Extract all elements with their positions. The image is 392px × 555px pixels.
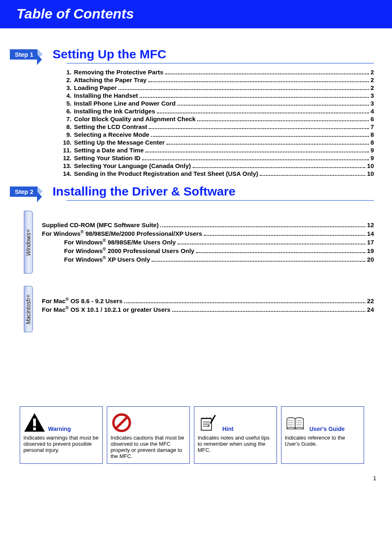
toc-entry[interactable]: 1.Removing the Protective Parts2 — [62, 69, 374, 76]
legend-guide-title: User's Guide — [309, 426, 345, 433]
legend-hint: Hint Indicates notes and useful tips to … — [194, 406, 277, 464]
toc-leader — [124, 298, 365, 303]
toc-number: 4. — [62, 92, 74, 99]
toc-entry[interactable]: 11.Setting a Date and Time9 — [62, 147, 374, 154]
toc-entry[interactable]: 13.Selecting Your Language (Canada Only)… — [62, 162, 374, 169]
toc-leader — [178, 240, 365, 244]
toc-label: Color Block Quality and Alignment Check — [74, 115, 196, 122]
legend-caution-desc: Indicates cautions that must be observed… — [111, 435, 186, 459]
windows-section: Windows® Supplied CD-ROM (MFC Software S… — [24, 211, 374, 274]
toc-label: For Windows® 98/98SE/Me/2000 Professiona… — [42, 229, 202, 237]
note-icon — [198, 412, 220, 433]
toc-page: 3 — [371, 92, 374, 99]
toc-label: For Mac® OS 8.6 - 9.2 Users — [42, 297, 122, 304]
toc-page: 2 — [371, 69, 374, 76]
legend-hint-title: Hint — [222, 426, 233, 433]
toc-label: Setting a Date and Time — [74, 147, 144, 154]
toc-label: Selecting a Receive Mode — [74, 131, 149, 138]
legend-warning-title: Warning — [48, 426, 71, 433]
toc-entry[interactable]: 5.Install Phone Line and Power Cord3 — [62, 100, 374, 107]
svg-rect-4 — [201, 419, 212, 430]
toc-leader — [160, 222, 365, 227]
legend-caution: Indicates cautions that must be observed… — [107, 406, 190, 464]
toc-label: Selecting Your Language (Canada Only) — [74, 162, 191, 169]
toc-entry[interactable]: 3.Loading Paper2 — [62, 84, 374, 91]
toc-leader — [152, 257, 365, 262]
svg-rect-0 — [33, 419, 36, 426]
toc-label: Removing the Protective Parts — [74, 69, 164, 76]
toc-entry[interactable]: 6.Installing the Ink Cartridges4 — [62, 108, 374, 115]
toc-entry[interactable]: For Windows® 98/98SE/Me/2000 Professiona… — [42, 229, 374, 237]
toc-label: Setting Your Station ID — [74, 154, 141, 161]
toc-entry[interactable]: 12.Setting Your Station ID9 — [62, 154, 374, 161]
toc-page: 3 — [371, 100, 374, 107]
toc-page: 17 — [367, 239, 374, 246]
toc-leader — [165, 69, 369, 74]
page-content: Step 1 Setting Up the MFC 1.Removing the… — [0, 28, 392, 466]
toc-page: 10 — [367, 170, 374, 177]
toc-page: 14 — [367, 230, 374, 237]
divider — [67, 63, 374, 64]
toc-page: 8 — [371, 131, 374, 138]
toc-entry[interactable]: For Mac® OS 8.6 - 9.2 Users22 — [42, 297, 374, 304]
toc-leader — [260, 171, 365, 176]
toc-entry[interactable]: Supplied CD-ROM (MFC Software Suite)12 — [42, 221, 374, 228]
toc-page: 2 — [371, 76, 374, 83]
toc-number: 13. — [62, 162, 74, 169]
toc-number: 7. — [62, 115, 74, 122]
toc-number: 6. — [62, 108, 74, 115]
toc-page: 10 — [367, 162, 374, 169]
toc-number: 9. — [62, 131, 74, 138]
toc-entry[interactable]: For Mac® OS X 10.1 / 10.2.1 or greater U… — [42, 305, 374, 313]
legend-guide: User's Guide Indicates reference to the … — [281, 406, 364, 464]
warning-icon — [23, 412, 46, 433]
toc-page: 9 — [371, 154, 374, 161]
toc-entry[interactable]: 9.Selecting a Receive Mode8 — [62, 131, 374, 138]
chevron-icon — [37, 186, 43, 197]
macintosh-tab: Macintosh® — [24, 286, 33, 332]
toc-entry[interactable]: 14.Sending in the Product Registration a… — [62, 170, 374, 177]
legend-grid: Warning Indicates warnings that must be … — [20, 406, 364, 464]
toc-leader — [151, 132, 369, 137]
toc-label: For Mac® OS X 10.1 / 10.2.1 or greater U… — [42, 305, 171, 313]
toc-label: Install Phone Line and Power Cord — [74, 100, 176, 107]
prohibit-icon — [111, 412, 133, 433]
book-icon — [285, 412, 307, 433]
toc-entry[interactable]: 2.Attaching the Paper Tray2 — [62, 76, 374, 83]
legend-warning: Warning Indicates warnings that must be … — [20, 406, 103, 464]
toc-entry[interactable]: For Windows® 2000 Professional Users Onl… — [64, 246, 374, 254]
macintosh-section: Macintosh® For Mac® OS 8.6 - 9.2 Users22… — [24, 286, 374, 332]
svg-line-3 — [116, 417, 127, 428]
toc-number: 8. — [62, 123, 74, 130]
toc-leader — [166, 140, 369, 145]
toc-entry[interactable]: 7.Color Block Quality and Alignment Chec… — [62, 115, 374, 122]
toc-leader — [149, 124, 369, 129]
toc-label: For Windows® XP Users Only — [64, 255, 150, 263]
toc-entry[interactable]: 10.Setting Up the Message Center8 — [62, 139, 374, 146]
step-2-badge: Step 2 — [10, 187, 37, 197]
svg-rect-1 — [33, 427, 36, 430]
toc-number: 10. — [62, 139, 74, 146]
toc-label: Installing the Handset — [74, 92, 138, 99]
toc-leader — [172, 307, 365, 312]
toc-number: 1. — [62, 69, 74, 76]
page-banner: Table of Contents — [0, 0, 392, 28]
step-2-title[interactable]: Installing the Driver & Software — [53, 184, 235, 198]
toc-section-1: 1.Removing the Protective Parts22.Attach… — [62, 69, 374, 177]
step-1-title[interactable]: Setting Up the MFC — [53, 47, 166, 61]
toc-entry[interactable]: 8.Setting the LCD Contrast7 — [62, 123, 374, 130]
toc-entry[interactable]: For Windows® XP Users Only20 — [64, 255, 374, 263]
mac-tab-label: Macintosh — [25, 298, 32, 325]
toc-leader — [197, 116, 369, 121]
toc-number: 14. — [62, 170, 74, 177]
toc-number: 2. — [62, 76, 74, 83]
toc-leader — [204, 231, 365, 236]
toc-leader — [140, 93, 369, 98]
toc-label: For Windows® 98/98SE/Me Users Only — [64, 238, 176, 246]
step-1-header: Step 1 Setting Up the MFC — [10, 47, 374, 61]
windows-tab: Windows® — [24, 211, 33, 274]
toc-entry[interactable]: For Windows® 98/98SE/Me Users Only17 — [64, 238, 374, 246]
toc-page: 20 — [367, 256, 374, 263]
toc-entry[interactable]: 4.Installing the Handset3 — [62, 92, 374, 99]
toc-page: 8 — [371, 139, 374, 146]
